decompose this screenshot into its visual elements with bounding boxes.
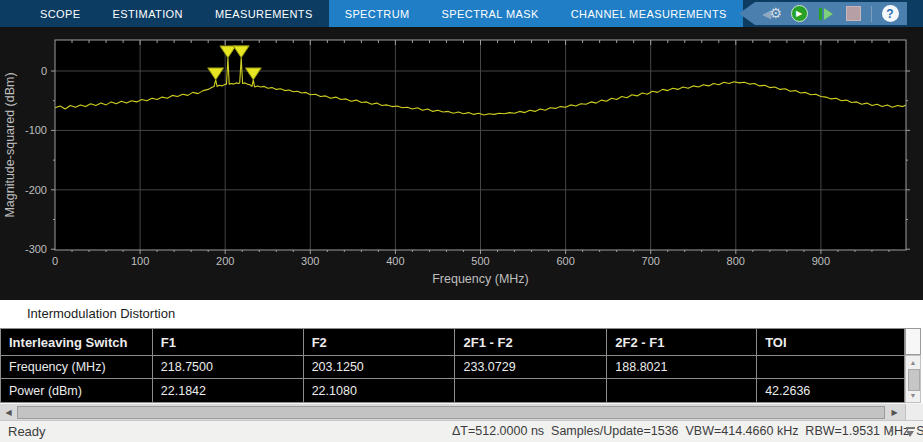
- table-row: Frequency (MHz)218.7500203.1250233.07291…: [1, 356, 904, 379]
- tab-spectrum[interactable]: SPECTRUM: [329, 0, 426, 27]
- status-stats-text: ΔT=512.0000 ns Samples/Update=1536 VBW=4…: [452, 421, 923, 442]
- scroll-right-arrow-icon[interactable]: ▶: [886, 405, 903, 420]
- table-cell: 233.0729: [455, 356, 607, 379]
- spectrum-plot-svg: 01002003004005006007008009000-100-200-30…: [0, 27, 923, 300]
- toolstrip-tabbar: SCOPEESTIMATIONMEASUREMENTS SPECTRUMSPEC…: [0, 0, 923, 27]
- table-cell: [607, 379, 757, 402]
- x-tick-label: 400: [386, 255, 404, 267]
- gear-icon: ⚙: [769, 5, 782, 21]
- horizontal-scrollbar[interactable]: ◀ ▶: [0, 403, 923, 420]
- x-tick-label: 500: [471, 255, 489, 267]
- vscroll-thumb[interactable]: [908, 369, 920, 391]
- run-button[interactable]: ▶: [790, 5, 808, 23]
- x-tick-label: 100: [131, 255, 149, 267]
- y-tick-label: -100: [25, 124, 47, 136]
- table-header-cell: TOI: [757, 329, 904, 356]
- table-vertical-scrollbar[interactable]: ▲ ▼: [905, 328, 921, 403]
- main-tab-group: SCOPEESTIMATIONMEASUREMENTS: [24, 0, 329, 27]
- tab-measurements[interactable]: MEASUREMENTS: [199, 0, 329, 27]
- x-tick-label: 200: [216, 255, 234, 267]
- tab-channel-measurements[interactable]: CHANNEL MEASUREMENTS: [555, 0, 743, 27]
- tab-scope[interactable]: SCOPE: [24, 0, 97, 27]
- table-header-cell: Interleaving Switch: [1, 329, 153, 356]
- scroll-up-arrow-icon[interactable]: ▲: [906, 357, 920, 368]
- tab-spectral-mask[interactable]: SPECTRAL MASK: [426, 0, 555, 27]
- spectrum-plot-region: 01002003004005006007008009000-100-200-30…: [0, 27, 923, 300]
- table-cell: 188.8021: [607, 356, 757, 379]
- table-row: Power (dBm)22.184222.108042.2636: [1, 379, 904, 402]
- table-header-cell: F2: [304, 329, 456, 356]
- table-cell: [455, 379, 607, 402]
- panel-title: Intermodulation Distortion: [27, 306, 175, 321]
- x-tick-label: 300: [301, 255, 319, 267]
- scroll-down-arrow-icon[interactable]: ▼: [906, 390, 920, 401]
- table-cell: Frequency (MHz): [1, 356, 153, 379]
- stop-icon: [846, 6, 861, 21]
- table-row: Interleaving SwitchF1F22F1 - F22F2 - F1T…: [1, 329, 904, 356]
- quick-toolbar: ◀ ⚙ ▶ ?: [739, 2, 907, 25]
- x-tick-label: 900: [812, 255, 830, 267]
- dock-icon[interactable]: [905, 427, 916, 437]
- y-tick-label: -200: [25, 184, 47, 196]
- table-cell: 42.2636: [757, 379, 904, 402]
- status-bar: Ready ΔT=512.0000 ns Samples/Update=1536…: [0, 420, 923, 442]
- y-axis-label: Magnitude-squared (dBm): [3, 72, 17, 217]
- table-cell: Power (dBm): [1, 379, 153, 402]
- contextual-tab-group: SPECTRUMSPECTRAL MASKCHANNEL MEASUREMENT…: [329, 0, 743, 27]
- vscroll-track[interactable]: ▲ ▼: [905, 355, 921, 403]
- table-header-cell: 2F2 - F1: [607, 329, 757, 356]
- y-tick-label: 0: [41, 65, 47, 77]
- stop-button[interactable]: [844, 5, 862, 23]
- simulation-settings-button[interactable]: ◀ ⚙: [763, 5, 781, 23]
- table-header-cell: F1: [153, 329, 304, 356]
- table-header-cell: 2F1 - F2: [455, 329, 607, 356]
- play-icon: ▶: [791, 5, 808, 22]
- help-button[interactable]: ?: [881, 5, 899, 23]
- table-cell: [757, 356, 904, 379]
- measurements-panel: Intermodulation Distortion Interleaving …: [0, 300, 923, 420]
- x-tick-label: 0: [52, 255, 58, 267]
- x-axis-label: Frequency (MHz): [432, 272, 529, 286]
- overflow-menu-icon[interactable]: ⋮: [885, 421, 898, 441]
- help-icon: ?: [882, 5, 899, 22]
- tab-estimation[interactable]: ESTIMATION: [97, 0, 199, 27]
- toolbar-separator: [871, 6, 872, 22]
- hscroll-thumb[interactable]: [17, 406, 885, 419]
- table-cell: 203.1250: [304, 356, 456, 379]
- table-cell: 22.1080: [304, 379, 456, 402]
- table-cell: 218.7500: [153, 356, 304, 379]
- scrollbar-corner: [905, 328, 921, 355]
- status-ready-label: Ready: [8, 421, 46, 442]
- scroll-left-arrow-icon[interactable]: ◀: [0, 405, 17, 420]
- scrollbar-corner-box: [905, 404, 923, 421]
- y-tick-label: -300: [25, 243, 47, 255]
- x-tick-label: 700: [642, 255, 660, 267]
- table-cell: 22.1842: [153, 379, 304, 402]
- x-tick-label: 800: [727, 255, 745, 267]
- spectrum-analyzer-window: SCOPEESTIMATIONMEASUREMENTS SPECTRUMSPEC…: [0, 0, 923, 442]
- step-forward-icon: [819, 8, 822, 20]
- im-table: Interleaving SwitchF1F22F1 - F22F2 - F1T…: [0, 328, 905, 403]
- step-forward-button[interactable]: [817, 5, 835, 23]
- x-tick-label: 600: [556, 255, 574, 267]
